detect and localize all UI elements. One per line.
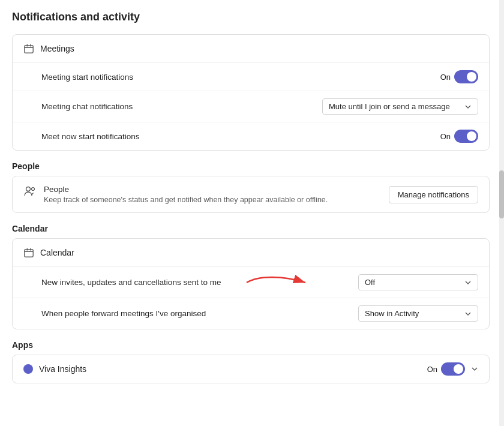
new-invites-chevron-icon: [464, 279, 472, 286]
red-arrow-annotation: [241, 272, 313, 293]
people-icon: [23, 185, 37, 198]
meeting-start-track: [454, 70, 478, 83]
meeting-start-toggle-label: On: [440, 73, 451, 82]
people-card: People Keep track of someone's status an…: [12, 176, 490, 213]
meet-now-row: Meet now start notifications On: [13, 122, 489, 150]
calendar-section-label: Calendar: [12, 224, 490, 233]
viva-toggle-label: On: [427, 365, 437, 374]
meeting-chat-dropdown-value: Mute until I join or send a message: [329, 102, 450, 111]
viva-toggle[interactable]: [441, 362, 465, 376]
meeting-chat-chevron-icon: [464, 103, 472, 110]
page-title: Notifications and activity: [12, 11, 490, 23]
new-invites-dropdown-value: Off: [365, 278, 375, 287]
forward-meetings-row: When people forward meetings I've organi…: [13, 298, 489, 329]
meet-now-toggle[interactable]: [454, 130, 478, 143]
viva-left: Viva Insights: [23, 364, 86, 374]
viva-right: On: [427, 362, 478, 376]
apps-card: Viva Insights On: [12, 355, 490, 383]
svg-point-4: [26, 187, 31, 191]
people-text-block: People Keep track of someone's status an…: [44, 185, 328, 204]
people-info: People Keep track of someone's status an…: [23, 185, 328, 204]
meet-now-track: [454, 130, 478, 143]
new-invites-row: New invites, updates and cancellations s…: [13, 266, 489, 298]
viva-dot-icon: [23, 364, 33, 374]
meet-now-label: Meet now start notifications: [41, 132, 140, 141]
forward-meetings-label: When people forward meetings I've organi…: [41, 309, 206, 318]
viva-chevron-icon[interactable]: [471, 365, 478, 373]
meet-now-thumb: [467, 131, 476, 141]
calendar-card: Calendar New invites, updates and cancel…: [12, 238, 490, 329]
viva-insights-row: Viva Insights On: [13, 355, 489, 383]
viva-label: Viva Insights: [39, 364, 86, 374]
calendar-card-header: Calendar: [13, 239, 489, 266]
svg-rect-6: [25, 250, 33, 257]
manage-notifications-button[interactable]: Manage notifications: [389, 186, 478, 203]
forward-meetings-dropdown[interactable]: Show in Activity: [358, 305, 478, 322]
scrollbar-thumb[interactable]: [499, 170, 504, 218]
people-card-content: People Keep track of someone's status an…: [13, 176, 489, 212]
meetings-label: Meetings: [40, 44, 74, 53]
forward-meetings-dropdown-value: Show in Activity: [365, 309, 419, 318]
scrollbar-track: [499, 0, 504, 426]
meeting-start-thumb: [467, 72, 476, 82]
apps-section-label: Apps: [12, 340, 490, 350]
forward-meetings-chevron-icon: [464, 310, 472, 317]
meetings-card: Meetings Meeting start notifications On …: [12, 34, 490, 151]
people-card-desc: Keep track of someone's status and get n…: [44, 196, 328, 204]
svg-point-5: [32, 188, 35, 191]
meet-now-toggle-label: On: [440, 132, 451, 141]
new-invites-label: New invites, updates and cancellations s…: [41, 278, 221, 287]
meeting-chat-row: Meeting chat notifications Mute until I …: [13, 91, 489, 122]
meeting-start-row: Meeting start notifications On: [13, 62, 489, 91]
meetings-card-header: Meetings: [13, 35, 489, 62]
viva-thumb: [454, 364, 463, 374]
meeting-chat-dropdown[interactable]: Mute until I join or send a message: [322, 98, 478, 115]
svg-rect-0: [25, 46, 33, 53]
meet-now-control: On: [440, 130, 478, 143]
meeting-start-control: On: [440, 70, 478, 83]
people-section-label: People: [12, 161, 490, 171]
viva-track: [441, 362, 465, 376]
calendar-label: Calendar: [40, 248, 74, 257]
new-invites-dropdown[interactable]: Off: [358, 274, 478, 290]
calendar-card-icon: [23, 247, 34, 258]
meeting-chat-label: Meeting chat notifications: [41, 102, 133, 111]
calendar-icon: [23, 43, 34, 54]
meeting-start-label: Meeting start notifications: [41, 73, 133, 82]
meeting-start-toggle[interactable]: [454, 70, 478, 83]
people-card-title: People: [44, 185, 328, 194]
